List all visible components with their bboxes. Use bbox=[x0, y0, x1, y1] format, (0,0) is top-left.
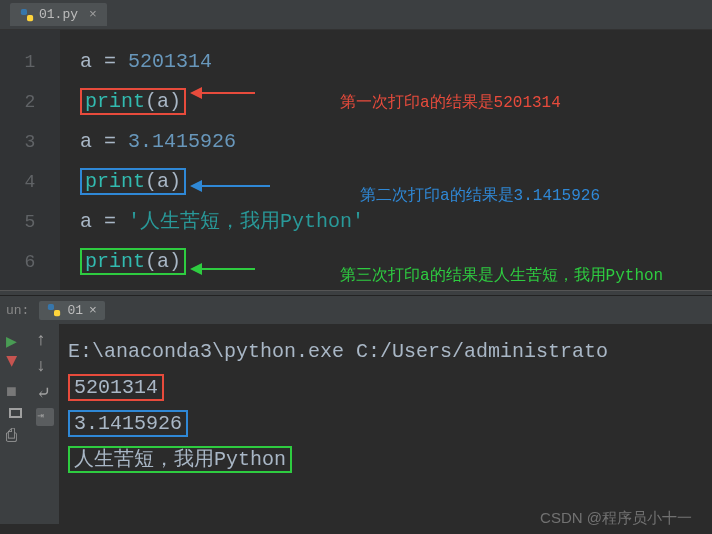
editor-tab-bar: 01.py × bbox=[0, 0, 712, 30]
run-toolbar-aux: ↑ ↓ ⤶ ⇥ bbox=[30, 324, 60, 524]
console-line: 3.1415926 bbox=[68, 406, 704, 442]
highlight-box-red: print(a) bbox=[80, 88, 186, 115]
up-arrow-icon[interactable]: ↑ bbox=[36, 330, 54, 348]
output-box-red: 5201314 bbox=[68, 374, 164, 401]
code-editor: 1 2 3 4 5 6 a = 5201314 print(a) a = 3.1… bbox=[0, 30, 712, 290]
console-line: 人生苦短，我用Python bbox=[68, 442, 704, 478]
run-panel-label: un: bbox=[6, 303, 29, 318]
output-box-green: 人生苦短，我用Python bbox=[68, 446, 292, 473]
console-command: E:\anaconda3\python.exe C:/Users/adminis… bbox=[68, 334, 704, 370]
svg-rect-1 bbox=[27, 15, 33, 21]
layout-icon[interactable] bbox=[9, 408, 22, 418]
svg-rect-2 bbox=[48, 304, 54, 310]
file-tab[interactable]: 01.py × bbox=[10, 3, 107, 26]
console-line: 5201314 bbox=[68, 370, 704, 406]
annotation-3: 第三次打印a的结果是人生苦短，我用Python bbox=[340, 265, 670, 287]
line-number: 6 bbox=[0, 242, 60, 282]
line-number: 1 bbox=[0, 42, 60, 82]
watermark: CSDN @程序员小十一 bbox=[540, 509, 692, 528]
line-gutter: 1 2 3 4 5 6 bbox=[0, 30, 60, 290]
wrap-icon[interactable]: ⤶ bbox=[36, 382, 54, 400]
line-number: 2 bbox=[0, 82, 60, 122]
annotation-2: 第二次打印a的结果是3.1415926 bbox=[360, 176, 690, 216]
line-number: 3 bbox=[0, 122, 60, 162]
run-panel-header: un: 01 × bbox=[0, 296, 712, 324]
down-arrow-icon[interactable]: ↓ bbox=[36, 356, 54, 374]
code-area[interactable]: a = 5201314 print(a) a = 3.1415926 print… bbox=[60, 30, 712, 290]
output-box-blue: 3.1415926 bbox=[68, 410, 188, 437]
python-icon bbox=[20, 8, 34, 22]
close-icon[interactable]: × bbox=[89, 7, 97, 22]
run-config-name: 01 bbox=[67, 303, 83, 318]
console-output[interactable]: E:\anaconda3\python.exe C:/Users/adminis… bbox=[60, 324, 712, 524]
console-panel: ▶ ▶ ■ ⎙ ↑ ↓ ⤶ ⇥ E:\anaconda3\python.exe … bbox=[0, 324, 712, 524]
line-number: 4 bbox=[0, 162, 60, 202]
annotation-1: 第一次打印a的结果是5201314 bbox=[340, 83, 670, 123]
print-icon[interactable]: ⎙ bbox=[6, 426, 24, 444]
highlight-box-green: print(a) bbox=[80, 248, 186, 275]
code-line: a = 3.1415926 bbox=[80, 122, 712, 162]
run-icon[interactable]: ▶ bbox=[6, 330, 24, 348]
code-line: a = 5201314 bbox=[80, 42, 712, 82]
svg-rect-0 bbox=[21, 8, 27, 14]
file-tab-label: 01.py bbox=[39, 7, 78, 22]
line-number: 5 bbox=[0, 202, 60, 242]
run-config-tab[interactable]: 01 × bbox=[39, 301, 104, 320]
close-icon[interactable]: × bbox=[89, 303, 97, 318]
debug-icon[interactable]: ▶ bbox=[6, 356, 24, 374]
run-toolbar-left: ▶ ▶ ■ ⎙ bbox=[0, 324, 30, 524]
stop-icon[interactable]: ■ bbox=[6, 382, 24, 400]
svg-rect-3 bbox=[54, 310, 60, 316]
highlight-box-blue: print(a) bbox=[80, 168, 186, 195]
python-icon bbox=[47, 303, 61, 317]
scroll-end-icon[interactable]: ⇥ bbox=[36, 408, 54, 426]
